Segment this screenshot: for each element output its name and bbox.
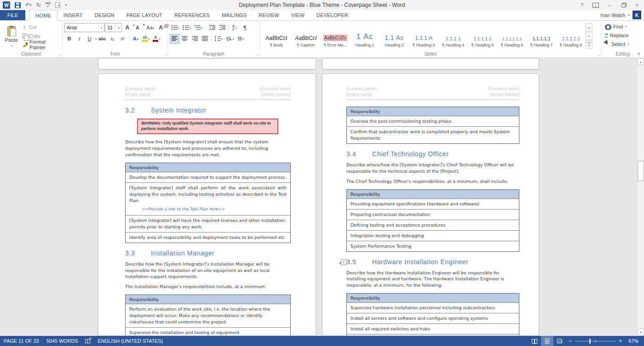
tab-references[interactable]: REFERENCES (168, 10, 216, 20)
account-area[interactable]: Ivan Walsh ▾ K (600, 10, 644, 20)
table-header[interactable]: Responsibility (347, 294, 519, 303)
styles-scroll-up-button[interactable]: ▴ (586, 23, 592, 31)
table-row[interactable]: Oversee the post-commissioning testing p… (347, 116, 519, 127)
style-heading-4[interactable]: 1.1.1.1¶ Heading 4 (439, 23, 467, 49)
word-logo-icon[interactable]: W (3, 1, 10, 9)
replace-button[interactable]: abacReplace (604, 31, 642, 40)
increase-indent-button[interactable] (217, 23, 227, 33)
previous-page-right[interactable] (322, 58, 539, 69)
table-row[interactable]: Defining testing and acceptance procedur… (347, 220, 519, 231)
clipboard-dialog-launcher[interactable]: ⌟ (59, 53, 61, 57)
align-center-button[interactable] (180, 34, 190, 44)
font-dialog-launcher[interactable]: ⌟ (164, 53, 166, 57)
table-row[interactable]: Supervise hardware installation personne… (347, 303, 519, 313)
line-spacing-button[interactable]: ▾ (213, 34, 224, 44)
close-button[interactable]: × (630, 0, 644, 10)
language-indicator[interactable]: ENGLISH (UNITED STATES) (94, 336, 167, 346)
warning-box[interactable]: WARNING: Only qualified System Integrato… (137, 119, 278, 134)
align-right-button[interactable] (190, 34, 200, 44)
text-effects-button[interactable]: A▾ (131, 34, 140, 44)
proofing-status-button[interactable] (81, 336, 94, 346)
header-project[interactable]: [Project Name] (125, 92, 155, 98)
style-caption[interactable]: AaBbCcI¶ Caption (292, 23, 320, 49)
minimize-button[interactable]: – (603, 0, 616, 10)
style-heading-7[interactable]: 1.1.1.1.1¶ Heading 7 (527, 23, 556, 49)
bold-button[interactable]: B (64, 34, 74, 44)
bullets-button[interactable]: ▾ (170, 23, 181, 33)
style-heading-8[interactable]: 1.1.1.1.1¶ Heading 8 (557, 23, 585, 49)
web-layout-button[interactable] (553, 336, 566, 346)
heading-3-4[interactable]: 3.4 Chief Technology Officer (346, 150, 519, 158)
zoom-percentage[interactable]: 67% (625, 338, 640, 344)
scroll-up-button[interactable]: ▴ (638, 58, 644, 65)
sort-button[interactable]: AZ↓ (230, 23, 240, 33)
table-row[interactable]: Providing equipment specifications (hard… (347, 199, 519, 210)
grow-font-button[interactable]: A▴ (122, 23, 132, 33)
underline-caret-icon[interactable]: ▾ (95, 37, 97, 40)
collapse-ribbon-button[interactable]: ∧ (637, 51, 640, 56)
table-header[interactable]: Responsibility (347, 190, 519, 199)
font-color-button[interactable]: A▾ (151, 34, 161, 44)
zoom-slider-thumb[interactable] (589, 338, 591, 344)
align-left-button[interactable] (170, 34, 179, 44)
tab-mailings[interactable]: MAILINGS (216, 10, 253, 20)
test-plan-link[interactable]: <<Provide a link to the Test Plan here>> (141, 206, 287, 212)
header-docname[interactable]: [Document Name] (489, 86, 520, 92)
font-size-combobox[interactable]: 11 ▾ (105, 23, 122, 32)
header-docname[interactable]: [Document Name] (260, 86, 291, 92)
change-case-button[interactable]: Aa▾ (145, 23, 155, 33)
table-row[interactable]: Identify area of responsibility and depl… (126, 233, 290, 243)
heading-3-5[interactable]: ◢ 3.5 Hardware Installation Engineer (346, 258, 519, 266)
cut-button[interactable]: ✂Cut (22, 23, 60, 31)
subscript-button[interactable]: x₂ (108, 34, 117, 44)
font-family-combobox[interactable]: Arial ▾ (64, 23, 104, 32)
zoom-out-button[interactable]: − (569, 338, 572, 344)
word-count[interactable]: 5045 WORDS (43, 336, 82, 346)
tab-home[interactable]: HOME (29, 10, 58, 21)
table-header[interactable]: Responsibility (126, 295, 290, 304)
paragraph[interactable]: The Installation Manager's responsibilit… (125, 284, 291, 290)
paragraph[interactable]: The Chief Technology Officer's responsib… (346, 178, 519, 185)
style-heading-3[interactable]: 1.1.1 A¶ Heading 3 (409, 23, 438, 49)
styles-dialog-launcher[interactable]: ⌟ (598, 53, 600, 57)
shading-button[interactable]: ▾ (224, 34, 236, 44)
style-heading-5[interactable]: 1.1.1.1.1¶ Heading 5 (468, 23, 497, 49)
print-layout-button[interactable] (541, 336, 553, 346)
table-row[interactable]: [System Integrator] staff shall perform … (126, 183, 290, 216)
page-left[interactable]: [Company Name] [Project Name] [Document … (98, 74, 316, 336)
shrink-font-button[interactable]: A▾ (132, 23, 142, 33)
header-company[interactable]: [Company Name] (346, 86, 376, 92)
table-row[interactable]: Install all required switches and hubs (347, 324, 519, 335)
header-company[interactable]: [Company Name] (125, 86, 155, 92)
header-version[interactable]: [Version Number] (489, 92, 520, 98)
tab-file[interactable]: FILE (0, 10, 25, 20)
justify-button[interactable] (200, 34, 210, 44)
italic-button[interactable]: I (75, 34, 84, 44)
table-row[interactable]: [System Integrator] will have the requir… (126, 216, 290, 233)
styles-more-button[interactable]: ▾ (586, 40, 592, 49)
page-right[interactable]: [Company Name] [Project Name] [Document … (322, 74, 539, 336)
find-button[interactable]: Find▾ (604, 22, 642, 31)
format-painter-button[interactable]: Format Painter (22, 40, 60, 49)
tab-design[interactable]: DESIGN (88, 10, 120, 20)
ribbon-display-options-button[interactable]: ▴ (589, 0, 603, 10)
header-project[interactable]: [Project Name] (346, 92, 376, 98)
save-button[interactable] (15, 1, 21, 9)
strikethrough-button[interactable]: abc (97, 34, 107, 44)
table-row[interactable]: System Performance Testing (347, 241, 519, 251)
table-row[interactable]: Install all servers and software and con… (347, 313, 519, 324)
scrollbar-thumb[interactable] (638, 161, 644, 181)
vertical-scrollbar[interactable]: ▴ ▾ (637, 58, 644, 336)
tab-view[interactable]: VIEW (285, 10, 310, 20)
read-mode-button[interactable] (529, 336, 541, 346)
customize-qat-button[interactable]: ▾ (65, 3, 67, 7)
style-body[interactable]: AaBbCcI¶ Body (262, 23, 291, 49)
table-move-handle[interactable]: + (341, 260, 346, 265)
paragraph[interactable]: Describe how the Hardware Installation E… (346, 270, 519, 289)
select-button[interactable]: Select▾ (604, 40, 642, 48)
tab-review[interactable]: REVIEW (253, 10, 285, 20)
multilevel-list-button[interactable]: ▾ (193, 23, 204, 33)
table-row[interactable]: Perform an evaluation of the work site, … (126, 304, 290, 328)
underline-button[interactable]: U (85, 34, 94, 44)
style-heading-2[interactable]: 1.1 AcHeading 2 (380, 23, 408, 49)
